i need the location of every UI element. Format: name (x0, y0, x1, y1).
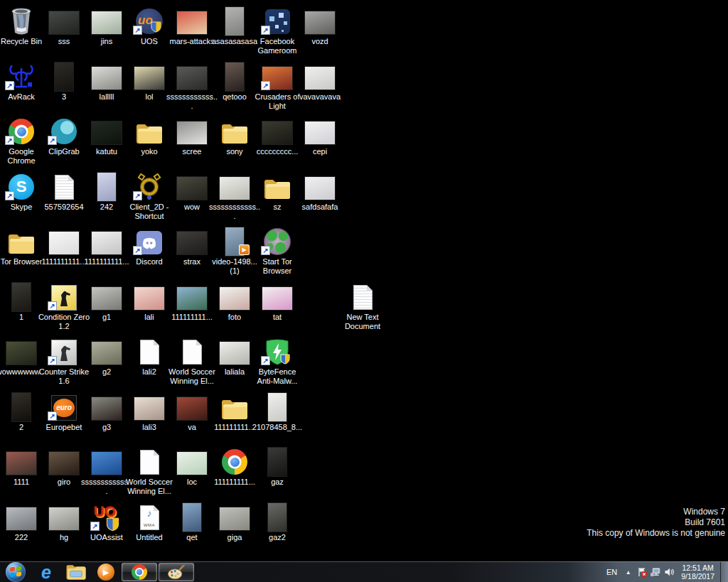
desktop-icon-clipgrab[interactable]: ↗ClipGrab (43, 114, 85, 156)
desktop-icon-recycle-bin[interactable]: Recycle Bin (0, 4, 43, 46)
desktop-icon-ssssssssssss[interactable]: ssssssssssss... (85, 445, 128, 496)
show-hidden-icons-button[interactable]: ▲ (621, 563, 635, 582)
desktop-icon-2[interactable]: 2 (0, 390, 43, 432)
desktop-icon-condition-zero-1-2[interactable]: ↗Condition Zero 1.2 (43, 280, 85, 331)
windows-explorer[interactable] (61, 563, 91, 582)
lali-icon (133, 280, 166, 311)
111111111-icon (176, 280, 208, 311)
21078458-8-icon (261, 390, 294, 421)
desktop-icon-avrack[interactable]: ↗AvRack (0, 60, 43, 102)
hg-icon (48, 500, 80, 532)
desktop-icon-g3[interactable]: g3 (85, 390, 128, 432)
desktop-icon-21078458-8[interactable]: 21078458_8... (256, 390, 299, 432)
desktop-icon-111111111[interactable]: 111111111... (213, 445, 256, 487)
desktop-icon-google-chrome[interactable]: ↗Google Chrome (0, 114, 43, 166)
desktop-icon-loc[interactable]: loc (171, 445, 213, 487)
desktop-icon-vozd[interactable]: vozd (299, 4, 341, 46)
internet-explorer[interactable]: e (31, 563, 61, 582)
desktop-icon-giga[interactable]: giga (213, 500, 256, 542)
windows-media-player[interactable]: ▶ (91, 563, 121, 582)
desktop-icon-1[interactable]: 1 (0, 280, 43, 322)
desktop-icon-video-1498-1[interactable]: ▶video-1498... (1) (213, 225, 256, 276)
desktop-icon-giro[interactable]: giro (43, 445, 85, 487)
desktop-icon-va[interactable]: va (171, 390, 213, 432)
desktop-icon-strax[interactable]: strax (171, 225, 213, 266)
giga-icon (218, 500, 251, 532)
desktop-icon-crusaders-of-light[interactable]: ↗Crusaders of Light (256, 60, 299, 111)
desktop-icon-europebet[interactable]: euro↗Europebet (43, 390, 85, 432)
desktop-icon-start-tor-browser[interactable]: ↗Start Tor Browser (256, 225, 299, 276)
shortcut-arrow-icon: ↗ (5, 81, 14, 90)
paint[interactable] (159, 563, 194, 581)
desktop-icon-3[interactable]: 3 (43, 60, 85, 102)
desktop-icon-hg[interactable]: hg (43, 500, 85, 542)
desktop-icon-skype[interactable]: S↗Skype (0, 170, 43, 212)
europebet-icon: euro↗ (48, 390, 80, 421)
111111111-icon (218, 445, 251, 476)
desktop-icon-g1[interactable]: g1 (85, 280, 128, 322)
desktop-icon-facebook-gameroom[interactable]: ↗Facebook Gameroom (256, 4, 299, 55)
desktop-icon-ccccccccc[interactable]: ccccccccc... (256, 114, 299, 156)
desktop-icon-yoko[interactable]: yoko (128, 114, 171, 156)
desktop-icon-sss[interactable]: sss (43, 4, 85, 46)
desktop-icon-discord[interactable]: ↗Discord (128, 225, 171, 266)
desktop-icon-qet[interactable]: qet (171, 500, 213, 542)
desktop-icon-gaz[interactable]: gaz (256, 445, 299, 487)
desktop-icon-1111111111[interactable]: 1111111111... (43, 225, 85, 266)
g1-icon (90, 280, 123, 311)
desktop-icon-1111[interactable]: 1111 (0, 445, 43, 487)
google-chrome[interactable] (122, 563, 157, 581)
desktop-icon-bytefence-anti-malw[interactable]: ↗ByteFence Anti-Malw... (256, 335, 299, 386)
desktop-icon-1111111111[interactable]: 1111111111... (85, 225, 128, 266)
desktop-icon-foto[interactable]: foto (213, 280, 256, 322)
clock[interactable]: 12:51 AM 9/18/2017 (675, 564, 720, 581)
desktop-icon-111111111[interactable]: 111111111... (213, 390, 256, 432)
language-indicator[interactable]: EN (602, 568, 621, 576)
desktop-icon-vavavavava[interactable]: vavavavava (299, 60, 341, 102)
desktop-icon-scree[interactable]: scree (171, 114, 213, 156)
start-button[interactable] (0, 563, 31, 582)
volume-icon[interactable] (662, 563, 675, 582)
desktop-icon-lali3[interactable]: lali3 (128, 390, 171, 432)
desktop-icon-242[interactable]: 242 (85, 170, 128, 212)
desktop-icon-111111111[interactable]: 111111111... (171, 280, 213, 322)
desktop-icon-untitled[interactable]: ♪WMAUntitled (128, 500, 171, 542)
network-monitor-icon (650, 566, 661, 578)
desktop-icon-lali2[interactable]: lali2 (128, 335, 171, 377)
desktop-icon-222[interactable]: 222 (0, 500, 43, 542)
desktop-icon-wowwwwww[interactable]: wowwwwww... (0, 335, 43, 377)
desktop-icon-cepi[interactable]: cepi (299, 114, 341, 156)
desktop-icon-ssssssssssss[interactable]: ssssssssssss... (171, 60, 213, 111)
desktop-icon-new-text-document[interactable]: New Text Document (341, 280, 384, 331)
desktop-icon-world-soccer-winning-el[interactable]: World Soccer Winning El... (171, 335, 213, 386)
desktop-icon-sz[interactable]: sz (256, 170, 299, 212)
desktop-icon-world-soccer-winning-el[interactable]: World Soccer Winning El... (128, 445, 171, 496)
desktop-icon-jins[interactable]: jins (85, 4, 128, 46)
desktop-icon-safdsafafa[interactable]: safdsafafa (299, 170, 341, 212)
show-desktop-button[interactable] (720, 562, 728, 582)
desktop-icon-uoassist[interactable]: UO ↗UOAssist (85, 500, 128, 542)
desktop-icon-counter-strike-1-6[interactable]: ↗Counter Strike 1.6 (43, 335, 85, 386)
desktop-icon-qetooo[interactable]: qetooo (213, 60, 256, 102)
network-icon[interactable] (648, 563, 662, 582)
sss-icon (48, 4, 80, 36)
desktop-icon-wow[interactable]: wow (171, 170, 213, 212)
desktop-icon-g2[interactable]: g2 (85, 335, 128, 377)
desktop-icon-tat[interactable]: tat (256, 280, 299, 322)
desktop-icon-katutu[interactable]: katutu (85, 114, 128, 156)
desktop-icon-uos[interactable]: uo ↗UOS (128, 4, 171, 46)
desktop-icon-client-2d-shortcut[interactable]: ↗Client_2D - Shortcut (128, 170, 171, 221)
desktop-icon-lali[interactable]: lali (128, 280, 171, 322)
desktop-icon-asasasasasa[interactable]: asasasasasa (213, 4, 256, 46)
desktop-icon-mars-attacks[interactable]: mars-attacks (171, 4, 213, 46)
action-center-icon[interactable] (635, 563, 648, 582)
desktop-icon-tor-browser[interactable]: Tor Browser (0, 225, 43, 266)
desktop-icon-lol[interactable]: lol (128, 60, 171, 102)
gaz2-icon (261, 500, 294, 532)
desktop-icon-ssssssssssss[interactable]: ssssssssssss... (213, 170, 256, 221)
desktop-icon-sony[interactable]: sony (213, 114, 256, 156)
desktop-icon-lalllll[interactable]: lalllll (85, 60, 128, 102)
desktop-icon-laliala[interactable]: laliala (213, 335, 256, 377)
desktop-icon-gaz2[interactable]: gaz2 (256, 500, 299, 542)
desktop-icon-557592654[interactable]: 557592654 (43, 170, 85, 212)
